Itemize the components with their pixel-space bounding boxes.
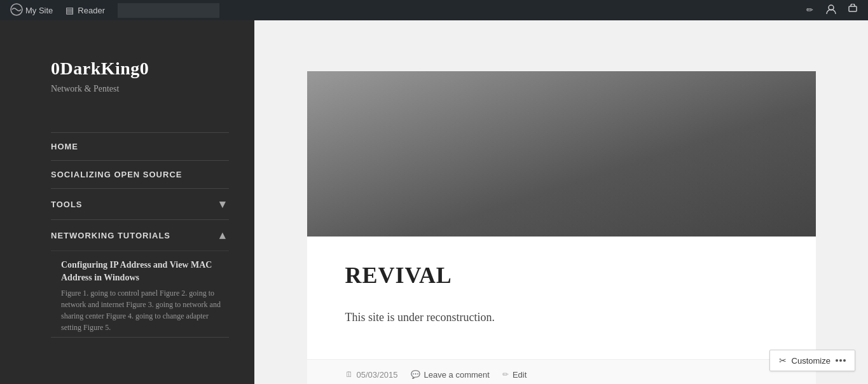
svg-rect-2 bbox=[849, 6, 857, 11]
sidebar: 0DarkKing0 Network & Pentest HOME Social… bbox=[0, 20, 254, 384]
notifications-btn[interactable] bbox=[843, 0, 863, 20]
post-title: REVIVAL bbox=[345, 262, 778, 289]
mysite-label: My Site bbox=[25, 6, 53, 15]
post-content: This site is under reconstruction. bbox=[345, 308, 778, 327]
reader-icon: ▤ bbox=[65, 5, 74, 15]
customize-button[interactable]: ✂ Customize bbox=[769, 350, 855, 371]
sub-nav-configuring-ip: Configuring IP Address and View MAC Addr… bbox=[51, 250, 229, 337]
admin-bar-search-container bbox=[113, 0, 797, 20]
tools-toggle-icon[interactable]: ▾ bbox=[216, 198, 229, 210]
post-header-image bbox=[307, 71, 816, 237]
nav-item-home[interactable]: HOME bbox=[51, 132, 229, 160]
site-title: 0DarkKing0 bbox=[51, 58, 229, 79]
nav-item-socializing[interactable]: Socializing Open Source bbox=[51, 160, 229, 188]
nav-home-label: HOME bbox=[51, 142, 78, 151]
edit-pencil-icon: ✏ bbox=[806, 5, 813, 15]
edit-icon-btn[interactable]: ✏ bbox=[799, 0, 820, 20]
nav-item-tools[interactable]: Tools ▾ bbox=[51, 188, 229, 219]
nav-tools-label: Tools bbox=[51, 200, 83, 209]
post-date-meta: 🗓 05/03/2015 bbox=[345, 370, 398, 380]
post-footer: 🗓 05/03/2015 💬 Leave a comment ✏ Edit bbox=[307, 359, 816, 384]
admin-bar-right: ✏ bbox=[799, 0, 863, 20]
sidebar-nav: HOME Socializing Open Source Tools ▾ bbox=[51, 132, 229, 338]
post-comment-meta: 💬 Leave a comment bbox=[411, 370, 490, 380]
reader-label: Reader bbox=[78, 6, 105, 15]
edit-post-link[interactable]: Edit bbox=[513, 370, 527, 380]
leave-comment-link[interactable]: Leave a comment bbox=[424, 370, 490, 380]
customize-label: Customize bbox=[792, 356, 830, 366]
post-body: REVIVAL This site is under reconstructio… bbox=[307, 237, 816, 359]
customize-icon: ✂ bbox=[779, 355, 787, 366]
customize-ellipsis-icon bbox=[836, 359, 846, 362]
nav-socializing-label: Socializing Open Source bbox=[51, 170, 182, 179]
page-wrapper: 0DarkKing0 Network & Pentest HOME Social… bbox=[0, 0, 868, 384]
calendar-icon: 🗓 bbox=[345, 370, 353, 379]
user-avatar-icon bbox=[825, 3, 837, 17]
post-edit-meta: ✏ Edit bbox=[502, 370, 527, 380]
nav-networking-label: Networking Tutorials bbox=[51, 231, 170, 240]
nav-item-networking[interactable]: Networking Tutorials ▴ Configuring IP Ad… bbox=[51, 219, 229, 338]
admin-bar-mysite[interactable]: My Site bbox=[5, 0, 58, 20]
notification-icon bbox=[848, 4, 858, 17]
sub-nav-link-configuring-ip[interactable]: Configuring IP Address and View MAC Addr… bbox=[61, 259, 229, 284]
sub-nav-excerpt-configuring-ip: Figure 1. going to control panel Figure … bbox=[61, 287, 229, 333]
admin-bar-reader[interactable]: ▤ Reader bbox=[60, 0, 110, 20]
admin-bar: My Site ▤ Reader ✏ bbox=[0, 0, 868, 20]
admin-bar-search-input[interactable] bbox=[118, 3, 219, 18]
post-date: 05/03/2015 bbox=[357, 370, 398, 380]
comment-icon: 💬 bbox=[411, 370, 420, 379]
avatar-btn[interactable] bbox=[821, 0, 841, 20]
site-subtitle: Network & Pentest bbox=[51, 84, 229, 94]
wp-logo-icon bbox=[10, 3, 23, 18]
edit-icon: ✏ bbox=[502, 370, 509, 379]
main-content: REVIVAL This site is under reconstructio… bbox=[254, 20, 868, 384]
networking-toggle-icon[interactable]: ▴ bbox=[216, 229, 229, 242]
post-card: REVIVAL This site is under reconstructio… bbox=[307, 71, 816, 384]
